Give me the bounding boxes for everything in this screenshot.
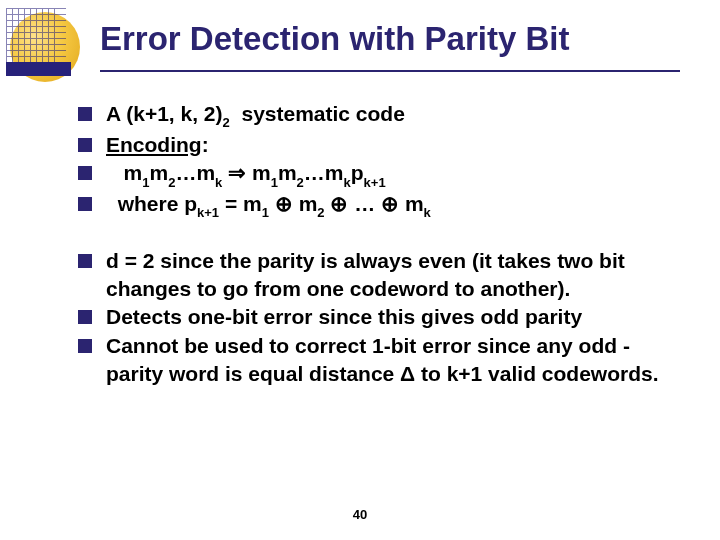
bullet-icon (78, 166, 92, 180)
list-item-text: Detects one-bit error since this gives o… (106, 303, 680, 331)
bullet-icon (78, 339, 92, 353)
logo-grid (6, 8, 66, 68)
list-item: m1m2…mk ⇒ m1m2…mkpk+1 (78, 159, 680, 190)
list-item: Detects one-bit error since this gives o… (78, 303, 680, 331)
list-item: Cannot be used to correct 1-bit error si… (78, 332, 680, 389)
page-number: 40 (0, 507, 720, 522)
list-item-text: where pk+1 = m1 ⊕ m2 ⊕ … ⊕ mk (106, 190, 680, 221)
bullet-icon (78, 197, 92, 211)
logo-bar (6, 62, 71, 76)
list-item-text: m1m2…mk ⇒ m1m2…mkpk+1 (106, 159, 680, 190)
slide-body: A (k+1, k, 2)2 systematic codeEncoding: … (78, 100, 680, 388)
bullet-icon (78, 254, 92, 268)
bullet-icon (78, 138, 92, 152)
list-item-text: d = 2 since the parity is always even (i… (106, 247, 680, 304)
bullet-icon (78, 107, 92, 121)
list-item-text: Cannot be used to correct 1-bit error si… (106, 332, 680, 389)
list-item: A (k+1, k, 2)2 systematic code (78, 100, 680, 131)
list-item: Encoding: (78, 131, 680, 159)
slide-title: Error Detection with Parity Bit (100, 20, 569, 58)
slide-logo (6, 8, 84, 86)
title-rule (100, 70, 680, 72)
list-item-text: A (k+1, k, 2)2 systematic code (106, 100, 680, 131)
list-item: where pk+1 = m1 ⊕ m2 ⊕ … ⊕ mk (78, 190, 680, 221)
list-item: d = 2 since the parity is always even (i… (78, 247, 680, 304)
list-item-text: Encoding: (106, 131, 680, 159)
bullet-icon (78, 310, 92, 324)
